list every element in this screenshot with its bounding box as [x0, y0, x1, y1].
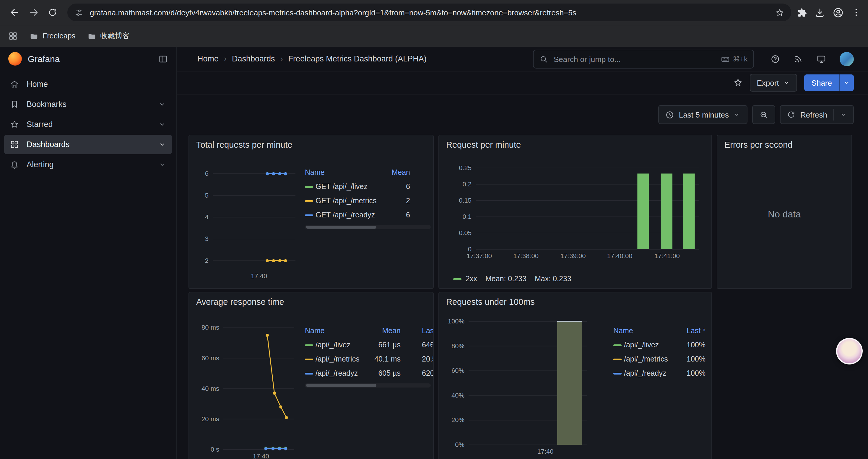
- export-button[interactable]: Export: [749, 74, 797, 92]
- legend-row[interactable]: GET /api/_/readyz 6: [305, 208, 410, 222]
- header-icons: [771, 52, 854, 66]
- user-avatar[interactable]: [840, 52, 854, 66]
- news-rss-icon[interactable]: [794, 54, 803, 64]
- dashboards-grid-icon: [10, 140, 19, 149]
- svg-text:100%: 100%: [448, 318, 464, 325]
- search-icon: [539, 55, 548, 63]
- chevron-down-icon[interactable]: [158, 140, 166, 148]
- chevron-down-icon[interactable]: [158, 161, 166, 168]
- breadcrumb-dashboards[interactable]: Dashboards: [232, 54, 275, 63]
- zoom-out-button[interactable]: [752, 105, 776, 124]
- dashboard-actions-bar: Export Share: [177, 71, 868, 95]
- panel-total-requests: Total requests per minute 6543217:40 Nam…: [188, 135, 434, 289]
- search-box[interactable]: ⌘+k: [533, 50, 754, 68]
- svg-text:17:40: 17:40: [251, 272, 267, 280]
- legend-row[interactable]: GET /api/_/livez 6: [305, 179, 410, 194]
- reload-button[interactable]: [44, 4, 61, 21]
- legend-scrollbar[interactable]: [305, 225, 431, 229]
- svg-text:0.2: 0.2: [462, 181, 471, 188]
- breadcrumb-home[interactable]: Home: [197, 54, 219, 63]
- sidebar-item-home[interactable]: Home: [4, 74, 172, 94]
- sidebar-item-starred[interactable]: Starred: [4, 114, 172, 134]
- svg-text:20%: 20%: [452, 416, 464, 424]
- breadcrumb-separator: ›: [275, 54, 288, 63]
- svg-text:0.1: 0.1: [462, 213, 471, 220]
- url-input[interactable]: [89, 7, 770, 18]
- dock-sidebar-icon[interactable]: [158, 54, 168, 64]
- avg-response-chart: 80 ms60 ms40 ms20 ms0 s17:40: [195, 320, 300, 459]
- bookmark-item-freeleaps[interactable]: Freeleaps: [30, 32, 75, 40]
- sidebar-item-label: Bookmarks: [27, 100, 66, 109]
- chevron-down-icon[interactable]: [158, 121, 166, 128]
- scrollbar-thumb[interactable]: [306, 384, 377, 387]
- sidebar-item-dashboards[interactable]: Dashboards: [4, 135, 172, 154]
- series-mean: Mean: 0.233: [486, 275, 526, 283]
- series-mean: 661 µs: [368, 341, 401, 349]
- share-button[interactable]: Share: [804, 74, 854, 91]
- legend-header-mean[interactable]: Mean: [368, 327, 401, 335]
- legend-series[interactable]: 2xx: [453, 275, 477, 283]
- legend-row[interactable]: /api/_/metrics 100%: [613, 352, 706, 366]
- legend-header-name[interactable]: Name: [613, 327, 675, 335]
- total-requests-chart: 6543217:40: [195, 161, 300, 285]
- sidebar-item-alerting[interactable]: Alerting: [4, 155, 172, 174]
- sidebar-item-bookmarks[interactable]: Bookmarks: [4, 95, 172, 114]
- legend-header-last[interactable]: Last *: [675, 327, 706, 335]
- browser-menu-icon[interactable]: [851, 8, 861, 17]
- legend-header-name[interactable]: Name: [305, 168, 383, 177]
- legend-header-mean[interactable]: Mean: [383, 168, 410, 177]
- legend-row[interactable]: GET /api/_/metrics 2: [305, 194, 410, 208]
- browser-actions: [797, 7, 862, 18]
- refresh-button[interactable]: Refresh: [780, 105, 854, 124]
- legend-row[interactable]: /api/_/livez 661 µs 646 µs: [305, 338, 434, 352]
- panel-title[interactable]: Requests under 100ms: [445, 297, 706, 308]
- brand-name: Grafana: [28, 54, 60, 64]
- bookmark-item-blog[interactable]: 收藏博客: [87, 31, 130, 41]
- panel-title[interactable]: Request per minute: [445, 140, 706, 151]
- assistant-avatar-widget[interactable]: [836, 338, 863, 364]
- bookmark-star-icon[interactable]: [775, 8, 784, 17]
- site-settings-icon[interactable]: [74, 8, 83, 17]
- legend-header-last[interactable]: Last *: [401, 327, 434, 335]
- panel-title[interactable]: Total requests per minute: [195, 140, 427, 151]
- svg-text:60 ms: 60 ms: [202, 355, 219, 362]
- display-icon[interactable]: [816, 54, 826, 64]
- legend-row[interactable]: /api/_/metrics 40.1 ms 20.5 ms: [305, 352, 434, 366]
- series-mean: 2: [383, 197, 410, 205]
- scrollbar-thumb[interactable]: [306, 226, 377, 229]
- panel-avg-response-time: Average response time 80 ms60 ms40 ms20 …: [188, 292, 434, 459]
- series-last: 100%: [675, 369, 706, 378]
- apps-grid-icon[interactable]: [8, 31, 18, 41]
- help-icon[interactable]: [771, 54, 780, 64]
- back-button[interactable]: [6, 4, 24, 21]
- series-color-dash: [305, 372, 313, 374]
- grafana-logo[interactable]: [8, 52, 22, 66]
- search-input[interactable]: [553, 54, 716, 64]
- chevron-down-icon[interactable]: [158, 100, 166, 108]
- svg-text:80%: 80%: [452, 342, 464, 350]
- sidebar-item-label: Home: [27, 80, 48, 89]
- series-last: 100%: [675, 341, 706, 349]
- url-bar[interactable]: [67, 4, 791, 21]
- favorite-star-icon[interactable]: [733, 78, 742, 88]
- folder-icon: [30, 32, 38, 40]
- legend-row[interactable]: /api/_/livez 100%: [613, 338, 706, 352]
- legend-header-name[interactable]: Name: [305, 327, 368, 335]
- downloads-icon[interactable]: [815, 7, 825, 18]
- legend-row[interactable]: /api/_/readyz 605 µs 620 µs: [305, 366, 434, 381]
- browser-profile-icon[interactable]: [833, 7, 844, 18]
- share-menu-chevron[interactable]: [839, 74, 854, 91]
- forward-button[interactable]: [25, 4, 42, 21]
- series-mean: 605 µs: [368, 369, 401, 378]
- legend-scrollbar[interactable]: [305, 383, 431, 388]
- svg-text:0.05: 0.05: [459, 229, 471, 237]
- legend-row[interactable]: /api/_/readyz 100%: [613, 366, 706, 381]
- refresh-interval-chevron[interactable]: [840, 111, 847, 118]
- empty-grid-cell: [717, 292, 852, 459]
- panel-title[interactable]: Errors per second: [723, 140, 845, 151]
- svg-text:2: 2: [205, 257, 209, 264]
- extensions-icon[interactable]: [797, 7, 807, 18]
- panel-title[interactable]: Average response time: [195, 297, 427, 308]
- time-range-picker[interactable]: Last 5 minutes: [658, 105, 748, 124]
- chevron-down-icon: [783, 79, 790, 86]
